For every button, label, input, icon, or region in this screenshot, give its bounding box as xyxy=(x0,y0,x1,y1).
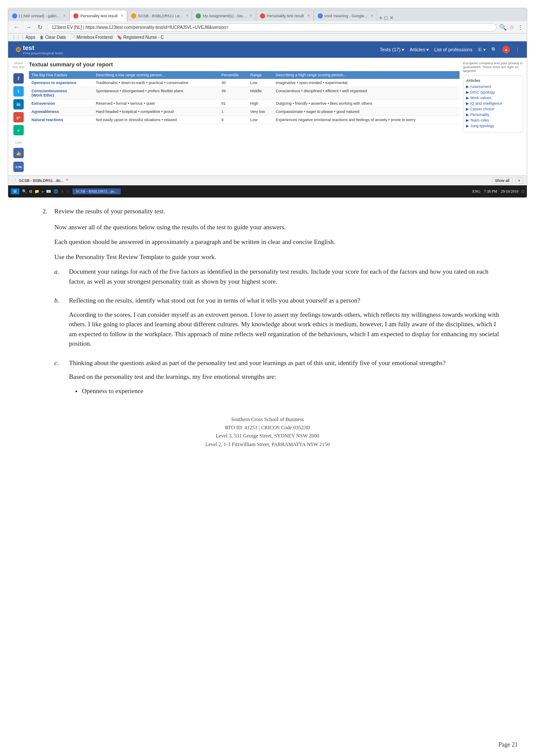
close-notification-button[interactable]: × xyxy=(515,177,523,184)
nav-more[interactable]: ⋮ xyxy=(515,47,520,53)
document-content: 2. Review the results of your personalit… xyxy=(0,198,535,457)
mirriebox-bookmark[interactable]: 📄 Mirriebox Frontend xyxy=(70,35,113,40)
file-explorer[interactable]: 📁 xyxy=(34,189,39,194)
tab-close-google[interactable]: × xyxy=(371,13,373,18)
article-disc[interactable]: ▶ DISC typology xyxy=(466,90,520,94)
tab-close-personality[interactable]: × xyxy=(121,13,123,18)
nav-tests[interactable]: Tests (17) ▾ xyxy=(380,47,404,53)
bullet-text: Openness to experience xyxy=(82,387,143,394)
tab-icon-gmail xyxy=(12,13,17,19)
high-conscientiousness: Conscientious • disciplined • efficient … xyxy=(273,87,460,100)
tab-close-scsb[interactable]: × xyxy=(186,13,189,18)
low-conscientiousness: Spontaneous • disorganised • prefers fle… xyxy=(93,87,219,100)
table-row: Conscientiousness(Work Ethic) Spontaneou… xyxy=(29,87,460,100)
menu-icon[interactable]: ⋮ xyxy=(517,24,523,31)
chrome-icon[interactable]: 🌐 xyxy=(53,189,58,194)
pct-openness: 30 xyxy=(219,79,248,87)
sidebar-other[interactable]: s xyxy=(13,125,24,135)
tab-google[interactable]: vivid meaning - Google... × xyxy=(314,10,377,21)
back-button[interactable]: ← xyxy=(12,23,21,31)
range-conscientiousness: Middle xyxy=(247,87,273,100)
taskbar-show-desktop[interactable]: □ xyxy=(522,189,524,194)
tab-icon-google xyxy=(318,13,323,19)
sub-c-heading: Thinking about the questions asked as pa… xyxy=(69,358,501,368)
bottom-notification: 📄 SCSB - BSBLDR51...do... ^ Show all × xyxy=(8,175,527,185)
para-3: Use the Personality Test Review Template… xyxy=(54,252,501,262)
nav-articles[interactable]: Articles ▾ xyxy=(410,47,429,53)
tab-gmail[interactable]: (1,560 unread) - gabri... × xyxy=(8,10,69,21)
tab-scsb[interactable]: SCSB - BSBLDR511 Le... × xyxy=(127,10,192,21)
tab-close-personality2[interactable]: × xyxy=(307,13,310,18)
url-text: 123test EV [NL] | https://www.123test.co… xyxy=(52,25,228,30)
forward-button[interactable]: → xyxy=(24,23,33,31)
nav-user-menu[interactable]: ① ▾ xyxy=(478,47,486,53)
nav-search[interactable]: 🔍 xyxy=(491,47,497,53)
tab-close-myassignment[interactable]: × xyxy=(250,13,252,18)
acrobat-icon[interactable]: A xyxy=(61,189,64,194)
close-window-btn[interactable]: × xyxy=(390,14,393,21)
site-right-panel: European company and your privacy is gua… xyxy=(463,61,523,172)
table-row: Extraversion Reserved • formal • serious… xyxy=(29,100,460,108)
tab-label-myassignment: My Assignment(s) - Stu... xyxy=(203,14,246,18)
tab-close-gmail[interactable]: × xyxy=(63,13,66,18)
tab-label-scsb: SCSB - BSBLDR511 Le... xyxy=(138,14,183,18)
tab-controls: + ◻ × xyxy=(379,14,393,21)
article-career[interactable]: ▶ Career choice xyxy=(466,107,520,111)
notification-actions: Show all × xyxy=(492,177,523,184)
tab-icon-scsb xyxy=(131,13,136,19)
article-work-values[interactable]: ▶ Work values xyxy=(466,96,520,100)
taskbar-doc[interactable]: SCSB - BSBLDR51...do... xyxy=(72,188,121,194)
col-factors: The Big Five Factors xyxy=(29,71,93,79)
url-bar[interactable]: 123test EV [NL] | https://www.123test.co… xyxy=(47,23,497,31)
article-assessment[interactable]: ▶ Assessment xyxy=(466,84,520,89)
taskbar-left: ⊞ 🔍 ⧉ 📁 e 📧 🌐 A W SCSB - BSBLDR51...do..… xyxy=(11,188,121,194)
sub-content-c: Thinking about the questions asked as pa… xyxy=(69,358,501,398)
tab-personality-active[interactable]: Personality test result × xyxy=(69,10,127,21)
sidebar-facebook[interactable]: f xyxy=(13,73,24,84)
tab-icon-myassignment xyxy=(196,13,201,19)
footer-line2: RTO ID: 41253 | CRICOS Code:03523D xyxy=(34,424,501,432)
logo-icon: ⚙ xyxy=(15,46,21,54)
restore-btn[interactable]: ◻ xyxy=(384,15,388,21)
star-icon[interactable]: ☆ xyxy=(509,24,515,31)
tab-icon-personality xyxy=(73,13,78,19)
sub-item-b: b. Reflecting on the results, identify w… xyxy=(54,296,501,353)
sidebar-like[interactable]: 👍 xyxy=(13,148,24,158)
tab-personality2[interactable]: Personality test result × xyxy=(256,10,314,21)
item-heading: Review the results of your personality t… xyxy=(54,206,501,216)
refresh-button[interactable]: ↻ xyxy=(36,23,44,31)
browser-toolbar: ← → ↻ 123test EV [NL] | https://www.123t… xyxy=(8,21,527,34)
sidebar-twitter[interactable]: t xyxy=(13,86,24,97)
task-view[interactable]: ⧉ xyxy=(29,189,32,194)
footer-line1: Southern Cross School of Business xyxy=(34,415,501,424)
doc-label[interactable]: SCSB - BSBLDR51...do... xyxy=(19,178,64,183)
search-taskbar[interactable]: 🔍 xyxy=(22,189,27,194)
article-team[interactable]: ▶ Team roles xyxy=(466,118,520,122)
show-all-button[interactable]: Show all xyxy=(492,177,513,184)
article-iq[interactable]: ▶ IQ and intelligence xyxy=(466,101,520,106)
search-icon[interactable]: 🔍 xyxy=(499,24,507,31)
article-jung[interactable]: ▶ Jung typology xyxy=(466,124,520,128)
outlook-icon[interactable]: 📧 xyxy=(46,189,51,194)
tab-myassignment[interactable]: My Assignment(s) - Stu... × xyxy=(192,10,256,21)
tab-label-google: vivid meaning - Google... xyxy=(325,14,368,18)
sidebar-count: 3.5k xyxy=(13,162,24,172)
clear-data-bookmark[interactable]: 🗑 Clear Data xyxy=(40,35,66,40)
para-2: Each question should be answered in appr… xyxy=(54,237,501,247)
low-agreeableness: Hard-headed • sceptical • competitive • … xyxy=(93,108,219,116)
privacy-text: European company and your privacy is gua… xyxy=(463,61,523,73)
apps-bookmark[interactable]: ⋮⋮⋮ Apps xyxy=(12,35,35,40)
edge-icon[interactable]: e xyxy=(42,189,44,194)
pct-natural: 9 xyxy=(219,116,248,124)
sub-item-c: c. Thinking about the questions asked as… xyxy=(54,358,501,398)
new-tab-btn[interactable]: + xyxy=(379,14,382,21)
sidebar-google[interactable]: g+ xyxy=(13,112,24,122)
nav-professions[interactable]: List of professions xyxy=(434,47,472,52)
word-taskbar-icon[interactable]: W xyxy=(66,189,70,194)
nav-avatar[interactable]: ▲ xyxy=(502,46,510,53)
bookmarks-bar: ⋮⋮⋮ Apps 🗑 Clear Data 📄 Mirriebox Fronte… xyxy=(8,34,527,41)
sidebar-linkedin[interactable]: in xyxy=(13,99,24,109)
article-personality[interactable]: ▶ Personality xyxy=(466,112,520,117)
start-button[interactable]: ⊞ xyxy=(11,188,19,194)
nurse-bookmark[interactable]: 🔖 Registered Nurse - C xyxy=(117,35,164,40)
